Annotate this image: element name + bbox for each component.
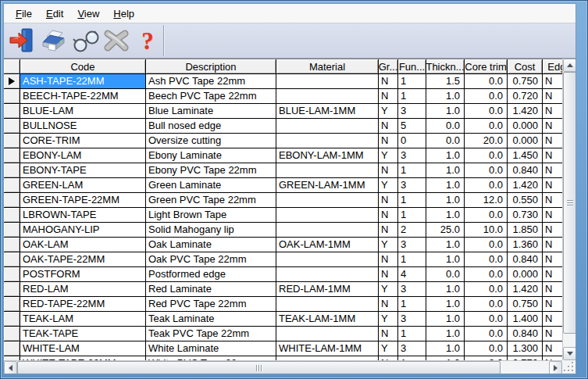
cell-thickness[interactable]: 1.0 bbox=[426, 341, 465, 356]
horizontal-scroll-thumb[interactable] bbox=[17, 361, 501, 374]
cell-core_trim[interactable]: 0.0 bbox=[465, 104, 508, 119]
cell-cost[interactable]: 0.000 bbox=[508, 134, 543, 148]
cell-thickness[interactable]: 0.0 bbox=[426, 119, 465, 134]
cell-function[interactable]: 3 bbox=[398, 238, 426, 252]
cell-description[interactable]: White Laminate bbox=[146, 341, 276, 356]
cell-code[interactable]: EBONY-LAM bbox=[20, 148, 146, 163]
cell-function[interactable]: 4 bbox=[398, 267, 426, 282]
cell-description[interactable]: Postformed edge bbox=[146, 267, 276, 282]
cell-code[interactable]: LBROWN-TAPE bbox=[20, 208, 146, 223]
cell-function[interactable]: 1 bbox=[398, 193, 426, 208]
cell-edge[interactable]: N bbox=[543, 327, 562, 341]
cell-code[interactable]: ASH-TAPE-22MM bbox=[20, 74, 146, 89]
column-header-material[interactable]: Material bbox=[276, 59, 379, 74]
cell-core_trim[interactable]: 20.0 bbox=[465, 134, 508, 148]
help-button[interactable]: ? bbox=[132, 25, 163, 56]
cell-grain[interactable]: N bbox=[379, 89, 398, 104]
column-header-grain[interactable]: Gr... bbox=[379, 59, 398, 74]
cell-grain[interactable]: Y bbox=[379, 282, 398, 297]
scroll-down-button[interactable] bbox=[563, 347, 576, 360]
cell-cost[interactable]: 0.840 bbox=[508, 252, 543, 267]
cell-material[interactable] bbox=[276, 223, 379, 238]
cell-cost[interactable]: 1.420 bbox=[508, 104, 543, 119]
scroll-right-button[interactable] bbox=[549, 361, 562, 374]
cell-function[interactable]: 1 bbox=[398, 89, 426, 104]
cell-thickness[interactable]: 1.0 bbox=[426, 89, 465, 104]
row-selector[interactable] bbox=[4, 312, 20, 327]
cell-edge[interactable]: N bbox=[543, 252, 562, 267]
scroll-up-button[interactable] bbox=[563, 59, 576, 72]
cell-function[interactable]: 1 bbox=[398, 74, 426, 89]
cell-thickness[interactable]: 1.0 bbox=[426, 282, 465, 297]
cell-core_trim[interactable]: 0.0 bbox=[465, 327, 508, 341]
row-selector[interactable] bbox=[4, 104, 20, 119]
cell-thickness[interactable]: 1.0 bbox=[426, 238, 465, 252]
cell-grain[interactable]: N bbox=[379, 163, 398, 178]
cell-cost[interactable]: 0.840 bbox=[508, 327, 543, 341]
cell-thickness[interactable]: 0.0 bbox=[426, 134, 465, 148]
row-selector[interactable] bbox=[4, 267, 20, 282]
cell-edge[interactable]: N bbox=[543, 193, 562, 208]
cell-cost[interactable]: 1.450 bbox=[508, 148, 543, 163]
cell-edge[interactable]: N bbox=[543, 297, 562, 312]
cell-edge[interactable]: N bbox=[543, 208, 562, 223]
cell-code[interactable]: RED-LAM bbox=[20, 282, 146, 297]
cell-core_trim[interactable]: 0.0 bbox=[465, 238, 508, 252]
cell-material[interactable]: OAK-LAM-1MM bbox=[276, 238, 379, 252]
cell-edge[interactable]: N bbox=[543, 163, 562, 178]
cell-edge[interactable]: N bbox=[543, 267, 562, 282]
cell-thickness[interactable]: 1.0 bbox=[426, 193, 465, 208]
cell-thickness[interactable]: 0.0 bbox=[426, 267, 465, 282]
row-selector[interactable] bbox=[4, 134, 20, 148]
cell-core_trim[interactable]: 0.0 bbox=[465, 163, 508, 178]
cell-material[interactable] bbox=[276, 252, 379, 267]
row-selector[interactable] bbox=[4, 238, 20, 252]
horizontal-scrollbar[interactable] bbox=[4, 360, 562, 374]
cell-cost[interactable]: 0.550 bbox=[508, 193, 543, 208]
cell-code[interactable]: BEECH-TAPE-22MM bbox=[20, 89, 146, 104]
cell-material[interactable] bbox=[276, 297, 379, 312]
cell-description[interactable]: Ebony PVC Tape 22mm bbox=[146, 163, 276, 178]
row-selector[interactable] bbox=[4, 89, 20, 104]
cell-function[interactable]: 1 bbox=[398, 163, 426, 178]
cell-description[interactable]: Light Brown Tape bbox=[146, 208, 276, 223]
cell-edge[interactable]: N bbox=[543, 341, 562, 356]
vertical-scrollbar[interactable] bbox=[562, 59, 576, 360]
cell-core_trim[interactable]: 0.0 bbox=[465, 282, 508, 297]
row-selector[interactable] bbox=[4, 178, 20, 193]
cell-cost[interactable]: 0.720 bbox=[508, 89, 543, 104]
row-selector[interactable] bbox=[4, 163, 20, 178]
cell-code[interactable]: GREEN-LAM bbox=[20, 178, 146, 193]
cell-code[interactable]: OAK-LAM bbox=[20, 238, 146, 252]
cell-material[interactable]: WHITE-LAM-1MM bbox=[276, 341, 379, 356]
cell-code[interactable]: TEAK-TAPE bbox=[20, 327, 146, 341]
cell-material[interactable] bbox=[276, 74, 379, 89]
cell-grain[interactable]: Y bbox=[379, 148, 398, 163]
cell-core_trim[interactable]: 10.0 bbox=[465, 223, 508, 238]
cell-grain[interactable]: N bbox=[379, 297, 398, 312]
cell-edge[interactable]: N bbox=[543, 134, 562, 148]
cell-grain[interactable]: N bbox=[379, 134, 398, 148]
cell-cost[interactable]: 0.750 bbox=[508, 297, 543, 312]
row-selector[interactable] bbox=[4, 282, 20, 297]
row-selector[interactable] bbox=[4, 341, 20, 356]
cell-function[interactable]: 3 bbox=[398, 178, 426, 193]
cell-thickness[interactable]: 1.0 bbox=[426, 312, 465, 327]
scroll-left-button[interactable] bbox=[4, 361, 17, 374]
menu-help[interactable]: Help bbox=[106, 5, 141, 22]
row-selector[interactable] bbox=[4, 119, 20, 134]
delete-button[interactable] bbox=[101, 25, 132, 56]
cell-cost[interactable]: 1.850 bbox=[508, 223, 543, 238]
cell-thickness[interactable]: 1.0 bbox=[426, 148, 465, 163]
column-header-core_trim[interactable]: Core trim bbox=[465, 59, 508, 74]
cell-cost[interactable]: 0.730 bbox=[508, 208, 543, 223]
cell-code[interactable]: POSTFORM bbox=[20, 267, 146, 282]
menu-view[interactable]: View bbox=[70, 5, 106, 22]
column-header-description[interactable]: Description bbox=[146, 59, 276, 74]
cell-material[interactable] bbox=[276, 163, 379, 178]
row-selector[interactable] bbox=[4, 208, 20, 223]
cell-cost[interactable]: 1.420 bbox=[508, 282, 543, 297]
cell-grain[interactable]: N bbox=[379, 119, 398, 134]
cell-cost[interactable]: 1.420 bbox=[508, 178, 543, 193]
cell-material[interactable]: TEAK-LAM-1MM bbox=[276, 312, 379, 327]
